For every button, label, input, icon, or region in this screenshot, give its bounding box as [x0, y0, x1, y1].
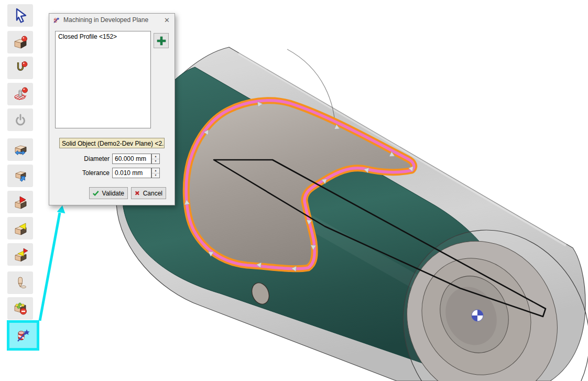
tolerance-stepper[interactable]: ▲ ▼ — [151, 168, 160, 178]
diameter-input[interactable]: 60.000 mm — [112, 154, 151, 164]
block-down-arrow-icon — [12, 168, 29, 184]
profile-list-item[interactable]: Closed Profile <152> — [58, 33, 148, 40]
app-window: Machining in Developed Plane ✕ Closed Pr… — [0, 0, 588, 381]
dual-flag-feature-tool[interactable] — [7, 243, 33, 266]
callout-arrow — [40, 205, 65, 321]
block-yellow-flag-icon — [12, 220, 29, 237]
dialog-title: Machining in Developed Plane — [63, 16, 162, 24]
cancel-label: Cancel — [143, 190, 162, 197]
move-feature-tool[interactable] — [7, 138, 33, 161]
machining-dialog: Machining in Developed Plane ✕ Closed Pr… — [49, 13, 175, 205]
diameter-step-down-icon[interactable]: ▼ — [152, 159, 159, 164]
block-dual-flag-icon — [12, 246, 29, 263]
tolerance-step-down-icon[interactable]: ▼ — [152, 173, 159, 178]
dialog-titlebar[interactable]: Machining in Developed Plane ✕ — [49, 14, 175, 26]
x-icon — [135, 190, 140, 196]
drill-pin-icon — [12, 275, 29, 291]
machining-developed-plane-tool[interactable] — [7, 320, 39, 351]
validate-button[interactable]: Validate — [89, 187, 128, 199]
pocket-feature-tool[interactable] — [7, 31, 33, 53]
tolerance-input[interactable]: 0.010 mm — [112, 168, 151, 178]
add-profile-button[interactable] — [154, 33, 169, 48]
check-icon — [93, 190, 99, 197]
developed-plane-icon — [15, 327, 31, 344]
select-tool[interactable] — [7, 4, 33, 27]
dialog-icon — [52, 16, 60, 24]
tolerance-label: Tolerance — [60, 168, 110, 178]
tolerance-step-up-icon[interactable]: ▲ — [152, 168, 159, 173]
red-flag-feature-tool[interactable] — [7, 191, 33, 213]
cancel-button[interactable]: Cancel — [131, 187, 166, 199]
drill-feature-tool[interactable] — [7, 271, 33, 294]
diameter-step-up-icon[interactable]: ▲ — [152, 154, 159, 159]
profile-list[interactable]: Closed Profile <152> — [55, 31, 151, 128]
flank-machining-tool[interactable] — [7, 83, 33, 105]
validate-label: Validate — [102, 190, 124, 197]
diameter-label: Diameter — [60, 154, 110, 164]
block-red-flag-icon — [12, 194, 29, 211]
groove-red-ball-icon — [12, 60, 29, 77]
yellow-flag-feature-tool[interactable] — [7, 217, 33, 240]
power-tool-disabled — [7, 108, 33, 131]
power-icon — [12, 112, 29, 128]
block-remove-icon — [12, 300, 29, 317]
solid-object-button[interactable]: Solid Object (Demo2-Dev Plane) <2... — [59, 138, 165, 148]
block-move-arrow-icon — [12, 141, 29, 158]
drop-feature-tool[interactable] — [7, 165, 33, 187]
groove-feature-tool[interactable] — [7, 57, 33, 79]
close-icon[interactable]: ✕ — [162, 16, 171, 24]
flank-plane-icon — [12, 86, 29, 103]
remove-feature-tool[interactable] — [7, 297, 33, 320]
block-red-ball-icon — [12, 34, 29, 51]
diameter-stepper[interactable]: ▲ ▼ — [151, 154, 160, 164]
cursor-icon — [12, 7, 29, 24]
plus-icon — [156, 36, 167, 46]
